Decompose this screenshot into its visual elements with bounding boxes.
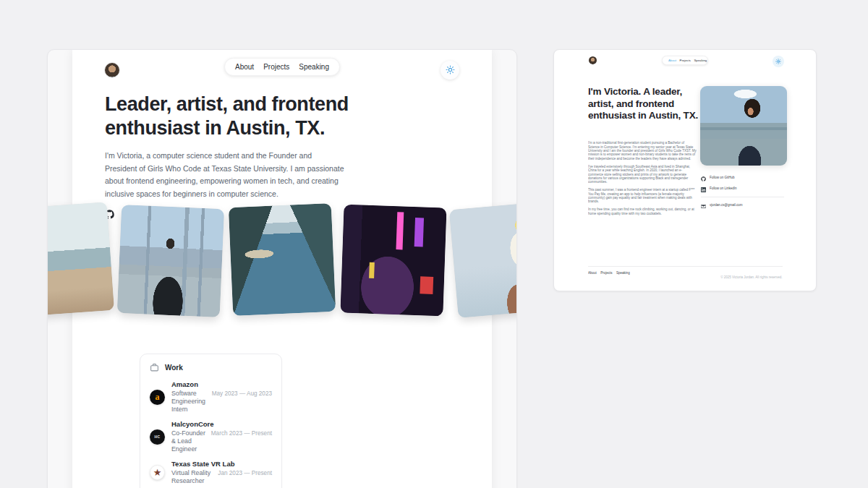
right-nav: About Projects Speaking <box>662 56 708 65</box>
job-row-halcyoncore: HC HalcyonCore Co-Founder & Lead Enginee… <box>150 420 272 453</box>
avatar[interactable] <box>589 56 597 64</box>
briefcase-icon <box>150 363 159 372</box>
job-dates: Jan 2023 — Present <box>218 469 272 477</box>
follow-github-link[interactable]: Follow on GitHub <box>701 176 760 184</box>
copyright: © 2025 Victoria Jordan. All rights reser… <box>659 271 783 284</box>
portfolio-about-preview: About Projects Speaking I'm Victoria. A … <box>553 49 817 291</box>
follow-linkedin-label: Follow on LinkedIn <box>710 187 737 190</box>
avatar[interactable] <box>105 63 119 77</box>
photo-cockatiel <box>449 201 517 318</box>
bio-text: I'm Victoria, a computer science student… <box>105 150 345 200</box>
job-role: Co-Founder & Lead Engineer <box>171 429 211 453</box>
footer-divider <box>588 266 783 267</box>
nav-item-about[interactable]: About <box>235 63 254 71</box>
about-paragraph: I'm a non-traditional first-generation s… <box>588 141 697 160</box>
nav-item-projects[interactable]: Projects <box>263 63 289 71</box>
job-dates: May 2023 — Aug 2023 <box>212 390 272 398</box>
photo-shanghai-skyline <box>117 205 224 317</box>
theme-toggle-button[interactable] <box>441 61 459 80</box>
follow-github-label: Follow on GitHub <box>710 176 735 179</box>
job-company: HalcyonCore <box>171 420 272 429</box>
job-role: Virtual Reality Researcher <box>171 469 218 485</box>
about-paragraph: This past summer, I was a frontend engin… <box>588 188 697 204</box>
job-company: Texas State VR Lab <box>171 460 272 468</box>
amazon-logo: a <box>150 390 165 405</box>
left-header: About Projects Speaking <box>72 50 492 80</box>
photo-beach-rocks <box>47 202 114 317</box>
portfolio-desktop-preview: About Projects Speaking Leader, artist, … <box>47 49 517 488</box>
email-label: vjordan.cs@gmail.com <box>710 203 743 207</box>
job-company: Amazon <box>171 380 272 389</box>
footer-item-speaking[interactable]: Speaking <box>616 271 630 275</box>
envelope-icon <box>701 204 706 209</box>
linkedin-icon <box>701 187 706 192</box>
sun-icon <box>446 65 455 74</box>
work-card-header: Work <box>150 363 272 372</box>
work-card: Work a Amazon Software Engineering Inter… <box>140 354 282 488</box>
follow-linkedin-link[interactable]: Follow on LinkedIn <box>701 187 764 194</box>
texas-state-star-logo: ★ <box>150 465 165 480</box>
about-paragraphs: I'm a non-traditional first-generation s… <box>588 141 697 219</box>
halcyoncore-logo: HC <box>150 429 165 445</box>
page-title: I'm Victoria. A leader, artist, and fron… <box>588 86 705 122</box>
job-row-amazon: a Amazon Software Engineering Intern May… <box>150 380 272 414</box>
left-nav: About Projects Speaking <box>224 58 340 76</box>
portrait-photo-austin <box>700 86 787 166</box>
github-icon <box>701 176 706 181</box>
nav-item-speaking[interactable]: Speaking <box>694 59 707 62</box>
photo-strip <box>48 205 516 317</box>
nav-item-speaking[interactable]: Speaking <box>299 63 329 71</box>
nav-item-about[interactable]: About <box>668 59 676 62</box>
page-title: Leader, artist, and frontend enthusiast … <box>105 93 417 140</box>
divider <box>701 197 784 197</box>
photo-fjord-cliff <box>229 203 336 316</box>
sun-icon <box>775 59 781 64</box>
job-dates: March 2023 — Present <box>211 429 272 437</box>
work-card-title: Work <box>165 364 183 372</box>
email-link[interactable]: vjordan.cs@gmail.com <box>701 204 775 211</box>
theme-toggle-button[interactable] <box>773 56 784 67</box>
photo-neon-street <box>340 205 446 317</box>
footer-item-projects[interactable]: Projects <box>600 271 612 275</box>
footer-item-about[interactable]: About <box>588 271 597 275</box>
left-hero: Leader, artist, and frontend enthusiast … <box>105 93 459 219</box>
job-role: Software Engineering Intern <box>171 390 212 414</box>
about-paragraph: In my free time, you can find me rock cl… <box>588 207 697 215</box>
job-row-vrlab: ★ Texas State VR Lab Virtual Reality Res… <box>150 460 272 485</box>
nav-item-projects[interactable]: Projects <box>680 59 691 62</box>
about-paragraph: I've traveled extensively through Southe… <box>588 164 697 184</box>
